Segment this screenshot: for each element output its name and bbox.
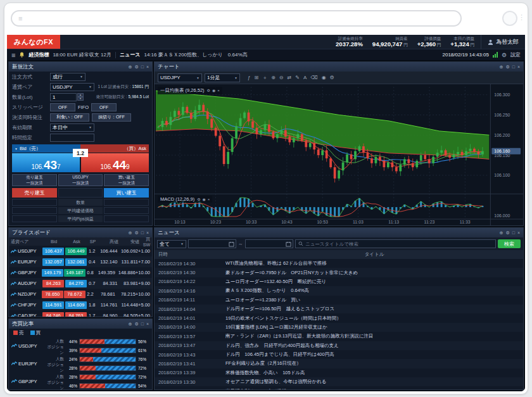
close-icon[interactable]: × [146, 322, 149, 326]
buy-positions-button[interactable]: 買い建玉 [104, 188, 149, 198]
zoom-out-icon[interactable]: ⊖ [279, 75, 284, 80]
price-row-eurjpy[interactable]: EURJPY132.057132.0610.4132.140131.811+7.… [9, 256, 152, 267]
expiry-select[interactable]: 本日中 [50, 123, 94, 132]
close-icon[interactable]: × [146, 230, 149, 235]
news-row[interactable]: 2018/02/19 14:22ユーロ円オーダー=132.40-50円 断続的に… [155, 277, 523, 286]
price-row-nzdjpy[interactable]: NZDJPY78.65078.6722.278.68178.215+10.00 [9, 289, 152, 299]
news-search-input[interactable] [305, 241, 493, 247]
chart-timeframe-select[interactable]: 1分足 [205, 73, 240, 82]
bid-price-button[interactable]: 106.437 [42, 248, 64, 255]
news-row[interactable]: 2018/02/19 13:28米長期金利は2.87%台で推移 [155, 386, 523, 389]
close-icon[interactable]: × [146, 65, 149, 69]
news-row[interactable]: 2018/02/19 14:30豪ドルオーダー=0.7950ドル OP21日NY… [155, 268, 523, 277]
news-row[interactable]: 2018/02/19 13:39米株価指数先物、小高い 105ドル高 [155, 369, 523, 377]
ask-header[interactable]: （買）Ask [80, 144, 149, 153]
search-button[interactable]: 検索 [498, 239, 521, 248]
maximize-icon[interactable]: □ [512, 65, 515, 69]
maximize-icon[interactable]: □ [141, 230, 144, 235]
time-spec-field[interactable] [50, 134, 94, 142]
price-row-audjpy[interactable]: AUDJPY84.26384.2700.784.33183.981+9.00 [9, 278, 152, 289]
bid-price-button[interactable]: 114.591 [42, 301, 64, 309]
indicator-text[interactable]: 18:00 EUR 経常収支 12月 [53, 51, 111, 58]
quantity-stepper[interactable]: 1 ▲ ▼ [50, 93, 84, 101]
menu-icon[interactable]: ≡ [11, 51, 15, 59]
price-row-chfjpy[interactable]: CHFJPY114.591114.6091.8114.761114.448+5.… [9, 299, 152, 310]
text-icon[interactable]: A [303, 75, 307, 80]
snapshot-icon[interactable]: ◉ [322, 75, 326, 80]
indicator-label[interactable]: 経済指標 [28, 51, 49, 58]
ask-price-button[interactable]: 78.672 [64, 291, 86, 298]
stop-loss-toggle[interactable]: 損切り：OFF [92, 113, 131, 122]
maximize-icon[interactable]: □ [141, 65, 144, 69]
visibility-icon[interactable]: ◉ [212, 89, 215, 92]
ask-price-button[interactable]: 132.061 [65, 258, 87, 266]
fifo-toggle[interactable]: OFF [91, 103, 117, 111]
zoom-in-icon[interactable]: ⊕ [271, 75, 276, 80]
column-header[interactable]: 通貨ペア [11, 239, 42, 245]
maximize-icon[interactable]: □ [141, 322, 144, 326]
app-logo[interactable]: みんなのFX [7, 35, 60, 49]
bid-price-button[interactable]: 84.746 [42, 312, 64, 317]
column-header[interactable]: 安値 [118, 239, 139, 245]
slippage-toggle[interactable]: OFF [50, 103, 75, 111]
crosshair-icon[interactable]: ＋ [262, 75, 267, 80]
pin-icon[interactable]: ⊕ [129, 322, 132, 326]
price-row-usdjpy[interactable]: USDJPY106.437106.4491.2106.444106.092+1.… [9, 246, 152, 256]
ask-price-button[interactable]: 106.449 [65, 248, 87, 255]
ask-price-button[interactable]: 114.609 [65, 301, 87, 309]
news-search-box[interactable] [295, 239, 496, 248]
close-icon[interactable]: × [208, 198, 210, 201]
take-profit-toggle[interactable]: 利食い：OFF [50, 113, 89, 122]
buy-button[interactable]: 106.449 [81, 153, 149, 172]
bulk-close-button[interactable]: USDJPY一括決済 [58, 174, 103, 186]
pin-icon[interactable]: ⊕ [129, 65, 132, 69]
browser-avatar[interactable] [502, 11, 517, 26]
news-row[interactable]: 2018/02/19 14:0019日重要指標 [LDN] ユーロ圏12月経常収… [155, 323, 523, 332]
bid-price-button[interactable]: 84.263 [42, 280, 64, 287]
delete-icon[interactable]: ⌫ [310, 75, 317, 80]
chart-area[interactable]: 10:1310:2310:3310:4310:5311:0311:1311:23… [155, 84, 523, 225]
news-row[interactable]: 2018/02/19 14:30WTI原油先物相場、昨晩は 62ドル台前半で推移 [155, 259, 523, 268]
order-type-select[interactable]: 成行 [50, 73, 86, 81]
news-row[interactable]: 2018/02/19 13:41FF金利織り込み度（2月16日現在） [155, 359, 523, 368]
browser-more-icon[interactable]: ⋮ [518, 13, 525, 22]
ask-price-button[interactable]: 84.270 [65, 280, 87, 287]
pin-icon[interactable]: ⊕ [500, 65, 504, 69]
maximize-icon[interactable]: □ [512, 230, 515, 235]
pin-icon[interactable]: ⊕ [500, 230, 504, 235]
bid-header[interactable]: ▼ Bid（売） [12, 144, 80, 153]
indicator-icon[interactable]: ƒ [248, 75, 250, 80]
news-row[interactable]: 2018/02/19 13:43ドル円 106.45円までじり高、日経平均は40… [155, 350, 523, 359]
news-row[interactable]: 2018/02/19 14:04ドル円オーダー=106.50円 越えるとストップ… [155, 305, 523, 313]
column-header[interactable]: 高値 [98, 239, 118, 245]
ask-price-button[interactable]: 84.763 [65, 312, 87, 317]
gear-icon[interactable]: ⚙ [502, 52, 507, 58]
compare-icon[interactable]: ⊞ [254, 75, 258, 80]
settings-label[interactable]: 設定 [510, 51, 521, 58]
price-row-cadjpy[interactable]: CADJPY84.74684.7631.784.96084.505+5.00 [9, 310, 152, 317]
date-to-input[interactable] [245, 239, 293, 248]
user-menu[interactable]: 為替太郎 [481, 35, 525, 49]
news-category-select[interactable]: 全て [157, 240, 186, 248]
browser-url-bar[interactable]: ≡ [11, 10, 462, 27]
bid-price-button[interactable]: 78.650 [42, 291, 63, 298]
settings-icon[interactable]: ⚙ [505, 230, 509, 235]
news-ticker-label[interactable]: ニュース [120, 51, 141, 58]
bid-price-button[interactable]: 132.057 [42, 258, 64, 266]
chart-settings-icon[interactable]: ⚙ [330, 75, 334, 80]
visibility-icon[interactable]: ◉ [203, 198, 206, 201]
news-row[interactable]: 2018/02/19 14:16豪ＡＳＸ200指数、しっかり 0.64%高 [155, 286, 523, 295]
settings-icon[interactable]: ⚙ [134, 322, 138, 326]
qty-decrement-button[interactable]: ▼ [77, 97, 84, 101]
column-header[interactable]: Ask [65, 239, 88, 244]
ask-price-button[interactable]: 149.187 [64, 269, 86, 277]
pin-icon[interactable]: ⊕ [129, 230, 132, 235]
settings-icon[interactable]: ⚙ [207, 89, 210, 92]
close-icon[interactable]: × [217, 89, 220, 92]
price-row-gbpjpy[interactable]: GBPJPY149.179149.1870.8149.359148.886+10… [9, 267, 152, 278]
column-header[interactable]: Bid [42, 239, 65, 244]
pan-icon[interactable]: ⇄ [288, 75, 292, 80]
date-from-input[interactable] [188, 239, 236, 248]
bulk-close-button[interactable]: 買い建玉一括決済 [104, 174, 149, 186]
news-row[interactable]: 2018/02/19 13:30オセアニア通貨は堅調も、今年は強弱分かれる [155, 377, 523, 386]
